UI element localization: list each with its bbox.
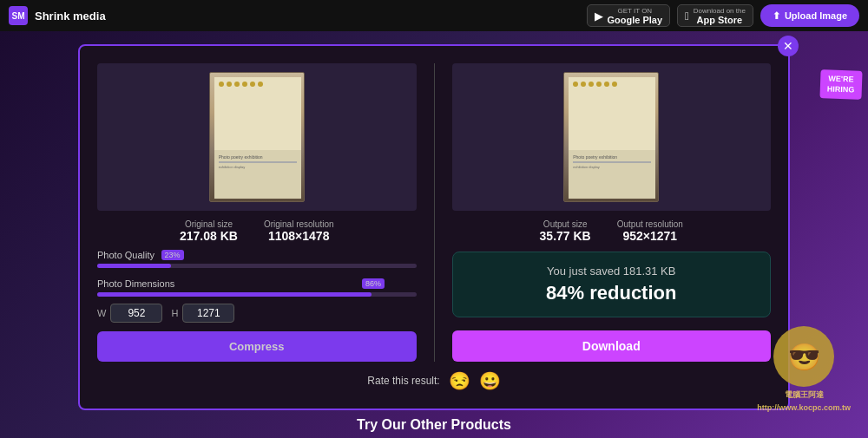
panel-divider: [434, 63, 435, 362]
upload-image-button[interactable]: ⬆ Upload Image: [760, 4, 859, 27]
photo-quality-percent: 23%: [161, 250, 184, 260]
photo-dimensions-section: Photo Dimensions 86%: [97, 278, 417, 297]
download-button[interactable]: Download: [452, 330, 772, 362]
try-products-heading: Try Our Other Products: [357, 417, 511, 433]
logo-text: Shrink media: [35, 10, 106, 23]
art-dot: [242, 82, 247, 87]
rate-bad-button[interactable]: 😒: [449, 370, 470, 391]
original-size-label: Original size: [180, 219, 238, 229]
rate-label: Rate this result:: [367, 375, 439, 387]
art-dot: [612, 82, 617, 87]
apple-icon: : [685, 10, 689, 23]
watermark-avatar: 😎: [773, 326, 834, 387]
upload-icon: ⬆: [773, 10, 780, 22]
art-dot: [589, 82, 594, 87]
left-panel: Photo poetry exhibition exhibition displ…: [97, 63, 417, 362]
image-art: [214, 77, 301, 150]
rate-good-button[interactable]: 😀: [479, 370, 501, 391]
output-info-row: Output size 35.77 KB Output resolution 9…: [452, 219, 772, 243]
photo-quality-fill: [97, 264, 171, 268]
google-play-button[interactable]: ▶ GET IT ON Google Play: [587, 4, 671, 27]
google-play-label: GET IT ON Google Play: [608, 7, 663, 25]
watermark-text: 電腦王阿達: [785, 389, 824, 401]
output-size-item: Output size 35.77 KB: [540, 219, 591, 243]
art-dot: [234, 82, 240, 87]
photo-dimensions-percent: 86%: [362, 278, 385, 289]
savings-box: You just saved 181.31 KB 84% reduction: [452, 252, 772, 317]
right-panel: Photo poetry exhibition exhibition displ…: [452, 63, 772, 362]
original-image: Photo poetry exhibition exhibition displ…: [209, 72, 305, 202]
width-input: W: [97, 304, 162, 323]
height-label: H: [171, 308, 178, 318]
hiring-badge[interactable]: WE'RE HIRING: [819, 69, 862, 100]
output-image-preview: Photo poetry exhibition exhibition displ…: [452, 63, 772, 211]
savings-line1: You just saved 181.31 KB: [470, 265, 753, 278]
photo-quality-track[interactable]: 23%: [97, 264, 417, 268]
dimension-row: W H: [97, 304, 417, 323]
output-image-frame: Photo poetry exhibition exhibition displ…: [569, 77, 655, 199]
original-info-row: Original size 217.08 KB Original resolut…: [97, 219, 417, 243]
header-right: ▶ GET IT ON Google Play  Download on th…: [587, 4, 860, 27]
output-resolution-value: 952×1271: [617, 229, 683, 243]
google-play-icon: ▶: [595, 10, 603, 23]
header: SM Shrink media ▶ GET IT ON Google Play …: [0, 0, 868, 31]
original-resolution-value: 1108×1478: [264, 229, 334, 243]
panels: Photo poetry exhibition exhibition displ…: [97, 63, 771, 362]
original-size-value: 217.08 KB: [180, 229, 238, 243]
art-dot: [596, 82, 602, 87]
watermark: 😎 電腦王阿達 http://www.kocpc.com.tw: [757, 326, 851, 412]
close-button[interactable]: ✕: [778, 36, 799, 56]
art-dot: [219, 82, 224, 87]
height-field[interactable]: [182, 304, 234, 323]
art-dot: [258, 82, 263, 87]
savings-line2: 84% reduction: [470, 282, 753, 304]
width-label: W: [97, 308, 106, 318]
output-size-value: 35.77 KB: [540, 229, 591, 243]
photo-quality-section: Photo Quality 23%: [97, 250, 417, 268]
output-image-art: [569, 77, 655, 150]
art-dot: [573, 82, 578, 87]
compress-button[interactable]: Compress: [97, 331, 417, 362]
art-dot: [227, 82, 232, 87]
output-size-label: Output size: [540, 219, 591, 229]
header-left: SM Shrink media: [9, 6, 106, 25]
output-resolution-label: Output resolution: [617, 219, 683, 229]
art-dot: [581, 82, 586, 87]
art-dot: [604, 82, 609, 87]
rate-section: Rate this result: 😒 😀: [97, 370, 771, 391]
image-frame: Photo poetry exhibition exhibition displ…: [214, 77, 301, 199]
original-resolution-label: Original resolution: [264, 219, 334, 229]
output-image: Photo poetry exhibition exhibition displ…: [563, 72, 659, 202]
watermark-url: http://www.kocpc.com.tw: [757, 403, 851, 412]
app-store-label: Download on the App Store: [694, 7, 746, 25]
photo-dimensions-fill: [97, 292, 372, 297]
photo-quality-label: Photo Quality: [97, 250, 417, 260]
modal-card: ✕: [78, 44, 790, 410]
height-input: H: [171, 304, 234, 323]
original-size-item: Original size 217.08 KB: [180, 219, 238, 243]
app-store-button[interactable]:  Download on the App Store: [677, 4, 753, 27]
photo-dimensions-track[interactable]: 86%: [97, 292, 417, 297]
image-text-area: Photo poetry exhibition exhibition displ…: [214, 150, 301, 199]
logo-icon: SM: [9, 6, 28, 25]
art-dot: [250, 82, 255, 87]
main-content: WE'RE HIRING ✕: [0, 31, 868, 438]
original-resolution-item: Original resolution 1108×1478: [264, 219, 334, 243]
width-field[interactable]: [110, 304, 162, 323]
original-image-preview: Photo poetry exhibition exhibition displ…: [97, 63, 417, 211]
output-resolution-item: Output resolution 952×1271: [617, 219, 683, 243]
output-image-text-area: Photo poetry exhibition exhibition displ…: [569, 150, 655, 199]
